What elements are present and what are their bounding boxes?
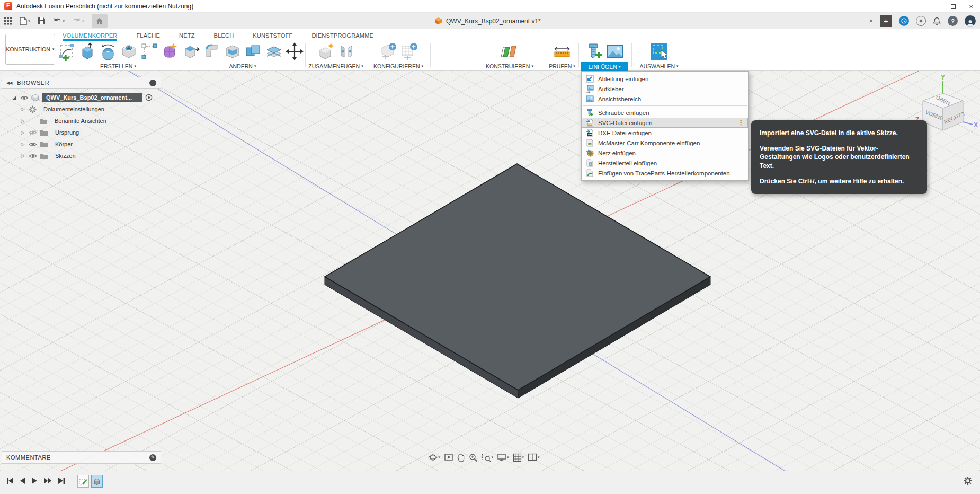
zusammenfuegen-dropdown[interactable]: ZUSAMMENFÜGEN ▾ (305, 62, 366, 70)
konstruieren-dropdown[interactable]: KONSTRUIEREN ▾ (483, 62, 537, 70)
document-tab[interactable]: QWV_Kurs_Bsp02_ornament v1* (434, 13, 541, 29)
activate-component-icon[interactable] (145, 94, 153, 101)
pattern-icon[interactable] (140, 42, 159, 61)
look-at-button[interactable] (444, 453, 453, 462)
browser-item-label[interactable]: Körper (51, 140, 77, 148)
skip-to-start-button[interactable] (6, 477, 14, 484)
menu-item-ableitung[interactable]: Ableitung einfügen (582, 74, 748, 84)
collapse-panel-icon[interactable]: ◀◀ (6, 81, 12, 85)
erstellen-dropdown[interactable]: ERSTELLEN ▾ (97, 62, 139, 70)
eye-icon[interactable] (29, 142, 37, 147)
pruefen-dropdown[interactable]: PRÜFEN ▾ (546, 62, 578, 70)
play-button[interactable] (31, 477, 38, 484)
menu-item-aufkleber[interactable]: Aufkleber (582, 84, 748, 94)
help-button[interactable]: ? (948, 16, 958, 26)
eye-icon[interactable] (20, 95, 29, 101)
combine-icon[interactable] (244, 42, 263, 61)
tab-volumenkoerper[interactable]: VOLUMENKÖRPER (63, 32, 117, 41)
canvas-icon[interactable] (605, 42, 625, 61)
add-comment-icon[interactable]: ✎ (149, 454, 156, 461)
menu-item-schraube[interactable]: Schraube einfügen (582, 108, 748, 118)
joint-icon[interactable] (337, 42, 356, 61)
construction-plane-icon[interactable] (500, 42, 519, 61)
expand-closed-icon[interactable]: ▷ (20, 142, 26, 147)
file-menu-button[interactable]: ▾ (20, 17, 30, 25)
extensions-button[interactable] (916, 16, 926, 26)
grid-snaps-button[interactable]: ▾ (513, 453, 524, 462)
timeline-sketch-feature[interactable] (77, 475, 89, 488)
expand-closed-icon[interactable]: ▷ (20, 130, 26, 135)
save-button[interactable] (38, 17, 46, 25)
menu-item-svg-datei[interactable]: SVG SVG-Datei einfügen ⋮ (582, 118, 748, 128)
home-view-button[interactable] (92, 14, 108, 28)
redo-button[interactable]: ▾ (72, 17, 84, 25)
zoom-button[interactable] (469, 453, 478, 462)
comments-bar[interactable]: KOMMENTARE ✎ (2, 451, 161, 464)
move-icon[interactable] (285, 42, 304, 61)
menu-item-dxf-datei[interactable]: DXF DXF-Datei einfügen (582, 128, 748, 138)
configuration-table-icon[interactable] (399, 42, 418, 61)
extrude-icon[interactable] (78, 42, 97, 61)
expand-closed-icon[interactable]: ▷ (20, 153, 26, 158)
more-options-icon[interactable]: ⋮ (738, 119, 744, 126)
browser-item-label[interactable]: Ursprung (51, 128, 83, 137)
minimize-button[interactable]: – (926, 0, 944, 13)
tab-kunststoff[interactable]: KUNSTSTOFF (253, 32, 292, 41)
menu-item-traceparts[interactable]: Einfügen von TraceParts-Herstellerkompon… (582, 168, 748, 178)
browser-row-dokumenteinstellungen[interactable]: ▷ Dokumenteinstellungen (2, 103, 161, 115)
step-forward-button[interactable] (43, 477, 52, 484)
browser-item-label[interactable]: Skizzen (51, 152, 80, 160)
pan-button[interactable] (457, 453, 465, 462)
form-icon[interactable] (161, 42, 180, 61)
aendern-dropdown[interactable]: ÄNDERN ▾ (226, 62, 260, 70)
menu-item-herstellerteil[interactable]: Herstellerteil einfügen (582, 158, 748, 168)
eye-icon[interactable] (29, 153, 37, 159)
step-back-button[interactable] (20, 477, 25, 484)
body-plate[interactable] (325, 164, 710, 398)
menu-item-ansichtsbereich[interactable]: Ansichtsbereich (582, 94, 748, 104)
menu-item-netz[interactable]: Netz einfügen (582, 148, 748, 158)
viewports-button[interactable]: ▾ (528, 453, 540, 462)
tab-dienstprogramme[interactable]: DIENSTPROGRAMME (311, 32, 373, 41)
browser-row-koerper[interactable]: ▷ Körper (2, 138, 161, 150)
browser-row-ursprung[interactable]: ▷ Ursprung (2, 127, 161, 138)
select-icon[interactable] (649, 42, 669, 61)
menu-item-mcmaster[interactable]: M McMaster-Carr Komponente einfügen (582, 138, 748, 148)
close-button[interactable]: × (962, 0, 980, 13)
browser-row-benannte-ansichten[interactable]: ▷ Benannte Ansichten (2, 115, 161, 127)
orbit-button[interactable]: ▾ (428, 453, 440, 462)
timeline-extrude-feature[interactable] (91, 475, 103, 488)
create-sketch-icon[interactable] (57, 42, 76, 61)
browser-row-skizzen[interactable]: ▷ Skizzen (2, 150, 161, 162)
expand-closed-icon[interactable]: ▷ (20, 118, 26, 124)
job-status-button[interactable] (899, 16, 909, 26)
tab-flaeche[interactable]: FLÄCHE (136, 32, 160, 41)
root-component-label[interactable]: QWV_Kurs_Bsp02_ornament... (42, 93, 142, 102)
tab-blech[interactable]: BLECH (214, 32, 234, 41)
browser-options-icon[interactable]: – (149, 80, 156, 86)
browser-root-row[interactable]: ◢ QWV_Kurs_Bsp02_ornament... (2, 92, 161, 103)
close-document-button[interactable]: × (869, 17, 873, 25)
konfigurieren-dropdown[interactable]: KONFIGURIEREN ▾ (370, 62, 426, 70)
browser-item-label[interactable]: Dokumenteinstellungen (39, 105, 109, 113)
expand-open-icon[interactable]: ◢ (11, 95, 17, 100)
skip-to-end-button[interactable] (58, 477, 65, 484)
undo-button[interactable]: ▾ (53, 17, 65, 25)
browser-header[interactable]: ◀◀ BROWSER – (2, 77, 161, 89)
app-grid-button[interactable] (4, 17, 12, 25)
insert-fastener-icon[interactable] (585, 42, 604, 61)
user-avatar[interactable] (965, 15, 976, 27)
zoom-window-button[interactable]: ▾ (482, 453, 494, 462)
new-component-icon[interactable] (316, 42, 335, 61)
press-pull-icon[interactable] (182, 42, 201, 61)
eye-off-icon[interactable] (29, 129, 37, 136)
new-tab-button[interactable]: + (880, 15, 892, 27)
construction-mode-button[interactable]: KONSTRUKTION ▾ (5, 34, 55, 65)
measure-icon[interactable] (553, 42, 572, 61)
shell-icon[interactable] (223, 42, 242, 61)
hole-icon[interactable] (119, 42, 138, 61)
auswaehlen-dropdown[interactable]: AUSWÄHLEN ▾ (636, 62, 681, 70)
tab-netz[interactable]: NETZ (179, 32, 195, 41)
expand-closed-icon[interactable]: ▷ (20, 107, 26, 112)
timeline-settings-button[interactable] (963, 476, 973, 486)
